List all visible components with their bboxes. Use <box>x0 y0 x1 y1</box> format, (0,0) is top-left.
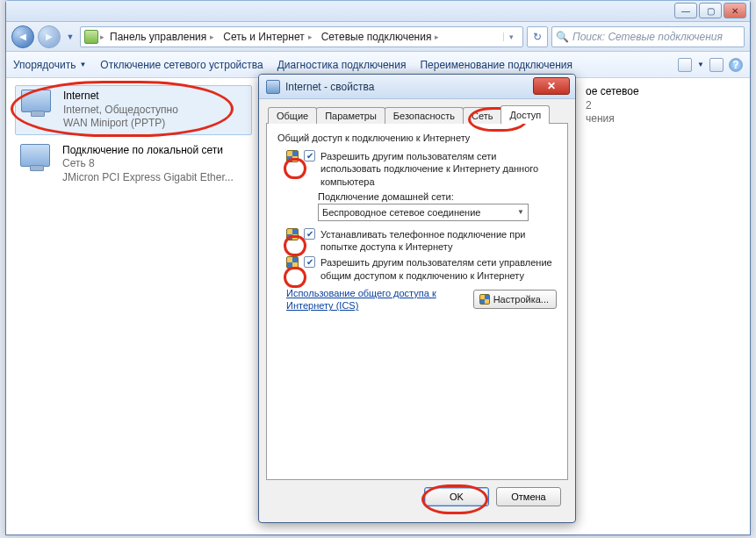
tab-network[interactable]: Сеть <box>463 107 501 124</box>
nav-back-button[interactable]: ◄ <box>11 25 34 48</box>
toolbar-disable-device[interactable]: Отключение сетевого устройства <box>100 59 263 71</box>
toolbar-diagnose[interactable]: Диагностика подключения <box>277 59 407 71</box>
window-minimize-button[interactable]: — <box>674 3 697 18</box>
network-adapter-icon <box>21 90 56 125</box>
partial-hidden-item: ое сетевое 2 чения <box>586 85 639 126</box>
network-icon <box>266 80 280 94</box>
select-value: Беспроводное сетевое соединение <box>322 207 480 218</box>
home-network-label: Подключение домашней сети: <box>318 191 557 202</box>
ok-button[interactable]: OK <box>424 487 489 506</box>
search-icon: 🔍 <box>556 31 569 43</box>
shield-icon <box>286 228 299 240</box>
dialog-title: Internet - свойства <box>285 81 374 93</box>
checkbox-allow-sharing[interactable]: ✔ <box>304 150 315 161</box>
window-titlebar: — ▢ ✕ <box>6 1 750 22</box>
home-network-select[interactable]: Беспроводное сетевое соединение ▼ <box>318 204 529 221</box>
settings-button[interactable]: Настройка... <box>473 290 557 309</box>
tab-security[interactable]: Безопасность <box>385 107 464 124</box>
connection-item-internet[interactable]: Internet Internet, Общедоступно WAN Mini… <box>15 85 252 135</box>
breadcrumb-item[interactable]: Сетевые подключения▸ <box>318 31 443 43</box>
toolbar-organize[interactable]: Упорядочить▼ <box>13 59 86 71</box>
connection-device: JMicron PCI Express Gigabit Ether... <box>62 171 234 185</box>
dialog-titlebar: Internet - свойства ✕ <box>259 75 575 99</box>
breadcrumb[interactable]: ▸ Панель управления▸ Сеть и Интернет▸ Се… <box>80 26 523 47</box>
breadcrumb-item[interactable]: Сеть и Интернет▸ <box>220 31 315 43</box>
checkbox-allow-control[interactable]: ✔ <box>304 256 315 268</box>
dialog-button-row: OK Отмена <box>266 480 568 515</box>
ics-help-link[interactable]: Использование общего доступа к Интернету… <box>286 287 464 312</box>
connection-status: Сеть 8 <box>62 157 234 171</box>
search-input[interactable]: 🔍 Поиск: Сетевые подключения <box>551 26 745 47</box>
window-maximize-button[interactable]: ▢ <box>699 3 722 18</box>
shield-icon <box>479 294 490 305</box>
nav-history-dropdown[interactable]: ▼ <box>64 28 76 46</box>
tab-sharing[interactable]: Доступ <box>500 105 550 124</box>
cancel-button[interactable]: Отмена <box>496 487 561 506</box>
shield-icon <box>286 150 299 162</box>
breadcrumb-item[interactable]: Панель управления▸ <box>106 31 218 43</box>
shield-icon <box>286 256 299 269</box>
control-panel-icon <box>84 30 98 44</box>
tab-general[interactable]: Общие <box>268 107 317 124</box>
connection-title: Internet <box>63 90 178 104</box>
chevron-down-icon: ▼ <box>517 208 524 216</box>
network-adapter-icon <box>20 144 55 179</box>
address-bar-row: ◄ ► ▼ ▸ Панель управления▸ Сеть и Интерн… <box>6 22 750 52</box>
group-title: Общий доступ к подключению к Интернету <box>277 133 557 143</box>
connection-item-lan[interactable]: Подключение по локальной сети Сеть 8 JMi… <box>15 140 252 189</box>
breadcrumb-dropdown[interactable]: ▾ <box>503 32 519 41</box>
nav-forward-button[interactable]: ► <box>38 25 61 48</box>
tab-panel-sharing: Общий доступ к подключению к Интернету ✔… <box>266 123 568 480</box>
view-options-button[interactable] <box>678 58 692 72</box>
connection-status: Internet, Общедоступно <box>63 104 178 118</box>
option-label: Разрешить другим пользователям сети упра… <box>320 256 557 282</box>
properties-dialog: Internet - свойства ✕ Общие Параметры Бе… <box>258 74 576 523</box>
search-placeholder: Поиск: Сетевые подключения <box>572 31 723 43</box>
option-label: Устанавливать телефонное подключение при… <box>320 228 557 254</box>
chevron-right-icon: ▸ <box>100 32 104 41</box>
preview-pane-button[interactable] <box>709 58 724 72</box>
toolbar-rename[interactable]: Переименование подключения <box>420 59 572 71</box>
tab-options[interactable]: Параметры <box>316 107 385 124</box>
connection-device: WAN Miniport (PPTP) <box>63 117 178 131</box>
dialog-close-button[interactable]: ✕ <box>533 77 570 95</box>
refresh-button[interactable]: ↻ <box>527 26 548 47</box>
checkbox-dial-on-demand[interactable]: ✔ <box>304 228 315 240</box>
option-label: Разрешить другим пользователям сети испо… <box>320 150 557 188</box>
tabstrip: Общие Параметры Безопасность Сеть Доступ <box>266 104 568 124</box>
help-button[interactable]: ? <box>729 58 743 72</box>
connection-title: Подключение по локальной сети <box>62 144 234 158</box>
window-close-button[interactable]: ✕ <box>724 3 746 18</box>
